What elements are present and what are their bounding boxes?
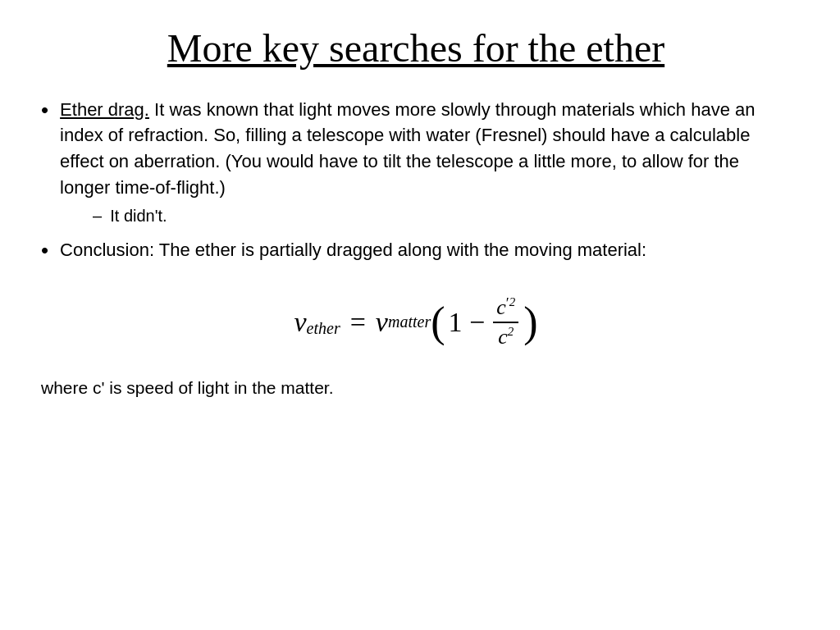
- v-ether: v: [294, 307, 306, 338]
- formula-lhs: vether: [294, 307, 340, 338]
- bullet-2-text: Conclusion: The ether is partially dragg…: [60, 237, 646, 263]
- slide: More key searches for the ether • Ether …: [0, 0, 840, 630]
- bullet-item-2: • Conclusion: The ether is partially dra…: [41, 237, 791, 265]
- fraction-denominator: c2: [495, 323, 517, 349]
- ether-drag-label: Ether drag.: [60, 99, 149, 120]
- bullet-item-1: • Ether drag. It was known that light mo…: [41, 97, 791, 231]
- where-text: where c' is speed of light in the matter…: [41, 376, 791, 399]
- bullet-text-1: Ether drag. It was known that light move…: [60, 97, 791, 231]
- v-matter: v: [376, 307, 388, 338]
- bullet-1-body: It was known that light moves more slowl…: [60, 99, 755, 199]
- formula-rhs: vmatter ( 1 − c′2 c2 ): [376, 295, 538, 349]
- bullet-dot-1: •: [41, 95, 48, 125]
- bullet-list: • Ether drag. It was known that light mo…: [41, 97, 791, 272]
- sub-dash: –: [93, 204, 102, 227]
- bullet-dot-2: •: [41, 235, 48, 265]
- slide-title: More key searches for the ether: [41, 25, 791, 72]
- formula-equals: =: [350, 307, 366, 338]
- open-paren: (: [431, 301, 445, 344]
- close-paren: ): [523, 301, 537, 344]
- bullet-1-text: Ether drag. It was known that light move…: [60, 99, 755, 199]
- fraction: c′2 c2: [493, 295, 518, 349]
- sub-bullet-1: – It didn't.: [93, 204, 791, 227]
- fraction-numerator: c′2: [493, 295, 518, 323]
- matter-subscript: matter: [388, 313, 431, 331]
- formula-container: vether = vmatter ( 1 − c′2 c2 ): [41, 295, 791, 349]
- sub-bullet-text: It didn't.: [110, 204, 167, 227]
- slide-content: • Ether drag. It was known that light mo…: [41, 97, 791, 605]
- ether-subscript: ether: [307, 319, 340, 338]
- one-minus: 1 −: [449, 307, 486, 338]
- formula: vether = vmatter ( 1 − c′2 c2 ): [294, 295, 537, 349]
